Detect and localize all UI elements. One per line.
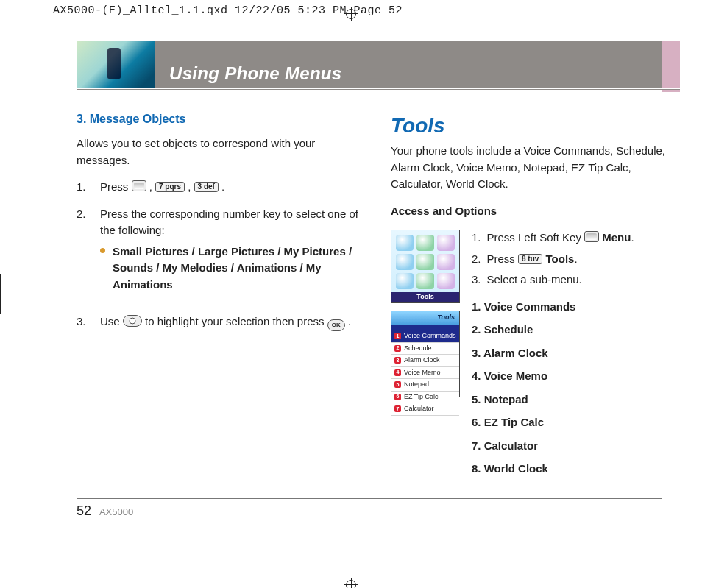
step-number: 2. [472, 251, 481, 268]
left-soft-key-icon [584, 231, 599, 242]
step: 3. Select a sub-menu. [472, 272, 680, 288]
list-item: 4. Voice Memo [472, 368, 680, 385]
screenshot-title: Tools [391, 311, 459, 325]
menu-row: 1Voice Commands [391, 330, 459, 343]
keypad-7-icon: 7 pqrs [155, 182, 185, 192]
bullet-dot-icon [100, 248, 105, 253]
step-text: Press Left Soft Key Menu. [487, 230, 634, 247]
step: 2. Press 8 tuv Tools. [472, 251, 680, 268]
intro-text: Your phone tools include a Voice Command… [391, 143, 680, 193]
step-number: 3. [77, 314, 87, 331]
menu-row: 7Calculator [391, 403, 459, 416]
page-number: 52 [77, 503, 91, 518]
screenshot-caption: Tools [391, 292, 459, 302]
registration-mark-top-icon [344, 13, 358, 14]
left-column: 3. Message Objects Allows you to set obj… [77, 110, 366, 484]
screenshots: Tools Tools 1Voice Commands 2Schedule 3A… [391, 230, 460, 484]
model-name: AX5000 [99, 506, 133, 517]
section-title: Using Phone Menus [169, 63, 341, 84]
list-item: 3. Alarm Clock [472, 345, 680, 362]
accent-cap [662, 41, 680, 88]
page-footer: 52 AX5000 [77, 498, 662, 519]
list-item: 2. Schedule [472, 322, 680, 339]
bullet-item: Small Pictures / Large Pictures / My Pic… [100, 244, 366, 294]
steps-list: 1. Press , 7 pqrs , 3 def . 2. [77, 179, 366, 331]
keypad-3-icon: 3 def [194, 182, 219, 192]
manual-page: AX5000-(E)_Alltel_1.1.qxd 12/22/05 5:23 … [0, 0, 702, 588]
list-item: 1. Voice Commands [472, 299, 680, 316]
left-soft-key-icon [132, 180, 146, 191]
keypad-8-icon: 8 tuv [518, 254, 542, 264]
ok-key-icon: OK [327, 319, 345, 331]
step: 1. Press , 7 pqrs , 3 def . [77, 179, 366, 196]
decorative-photo [77, 41, 155, 88]
menu-row: 5Notepad [391, 379, 459, 392]
menu-row: 6EZ Tip Calc [391, 392, 459, 404]
step-text: Press the corresponding number key to se… [100, 208, 358, 237]
list-item: 8. World Clock [472, 461, 680, 478]
subsection-heading: 3. Message Objects [77, 110, 366, 128]
content-plate: Using Phone Menus 3. Message Objects All… [77, 41, 680, 484]
registration-mark-bottom-icon [344, 584, 358, 585]
step-text: Use to highlight your selection then pre… [100, 314, 351, 331]
step-number: 3. [472, 272, 481, 288]
step-text: Press 8 tuv Tools. [487, 251, 578, 268]
title-band: Using Phone Menus [155, 41, 662, 88]
nav-ring-icon [123, 315, 142, 327]
menu-row: 4Voice Memo [391, 367, 459, 380]
submenu-list: 1. Voice Commands 2. Schedule 3. Alarm C… [472, 299, 680, 478]
steps-list: 1. Press Left Soft Key Menu. 2. [472, 230, 680, 288]
list-item: 5. Notepad [472, 392, 680, 408]
step-text: Select a sub-menu. [487, 272, 582, 288]
subheading: Access and Options [391, 203, 680, 220]
right-column: Tools Your phone tools include a Voice C… [391, 110, 680, 484]
rule [77, 89, 680, 90]
step-number: 1. [472, 230, 481, 247]
list-item: 7. Calculator [472, 438, 680, 455]
feature-heading: Tools [391, 110, 680, 141]
phone-screenshot-list: Tools 1Voice Commands 2Schedule 3Alarm C… [391, 311, 460, 397]
menu-row: 3Alarm Clock [391, 355, 459, 367]
title-bar: Using Phone Menus [77, 41, 680, 88]
step: 1. Press Left Soft Key Menu. [472, 230, 680, 247]
step-text: Press , 7 pqrs , 3 def . [100, 179, 224, 196]
step-number: 1. [77, 179, 87, 196]
step-body: Press the corresponding number key to se… [100, 206, 366, 304]
steps-and-menu: 1. Press Left Soft Key Menu. 2. [472, 230, 680, 484]
crop-mark-left-icon [0, 274, 41, 314]
accent-rule [662, 90, 680, 92]
step: 2. Press the corresponding number key to… [77, 206, 366, 304]
step-number: 2. [77, 206, 87, 304]
intro-text: Allows you to set objects to correspond … [77, 135, 366, 169]
step: 3. Use to highlight your selection then … [77, 314, 366, 331]
two-column-body: 3. Message Objects Allows you to set obj… [77, 110, 680, 484]
subsection-wrap: Tools Tools 1Voice Commands 2Schedule 3A… [391, 230, 680, 484]
bullet-text: Small Pictures / Large Pictures / My Pic… [113, 244, 366, 294]
menu-row: 2Schedule [391, 343, 459, 355]
list-item: 6. EZ Tip Calc [472, 414, 680, 431]
phone-screenshot-grid: Tools [391, 230, 460, 303]
